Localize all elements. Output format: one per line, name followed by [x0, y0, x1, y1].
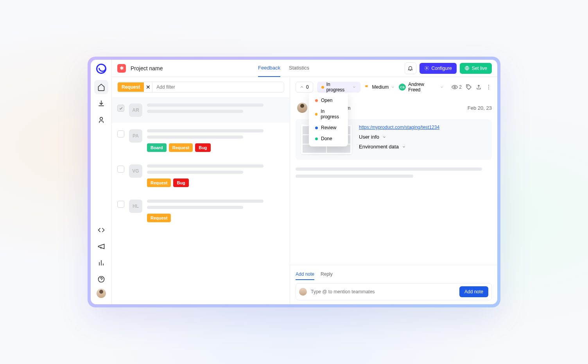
- watchers-count[interactable]: 2: [452, 84, 462, 90]
- notes-section: Add note Reply Add note: [290, 265, 497, 304]
- note-input[interactable]: [311, 289, 455, 294]
- item-avatar: VG: [129, 164, 142, 178]
- content-placeholder: [296, 175, 413, 178]
- tag-request: Request: [147, 214, 171, 222]
- tag-board: Board: [147, 143, 167, 152]
- current-user-avatar[interactable]: [97, 289, 106, 298]
- status-pill[interactable]: In progress: [317, 82, 360, 93]
- svg-point-7: [488, 87, 489, 87]
- svg-point-2: [426, 68, 427, 69]
- priority-pill[interactable]: Medium: [364, 84, 395, 90]
- note-tab-reply[interactable]: Reply: [321, 269, 333, 280]
- filter-bar: Request ✕: [117, 82, 284, 93]
- svg-point-0: [100, 117, 102, 120]
- item-checkbox[interactable]: [117, 130, 124, 137]
- nav-analytics[interactable]: [94, 256, 108, 270]
- sidebar-rail: [91, 60, 112, 304]
- status-dropdown: OpenIn progressReviewDone: [309, 93, 348, 146]
- feedback-item[interactable]: AR: [112, 97, 290, 123]
- svg-point-5: [468, 86, 468, 86]
- item-title-placeholder: [147, 129, 264, 132]
- page-url-link[interactable]: https:/myproduct.com/staging/test1234: [359, 125, 486, 130]
- feedback-item[interactable]: PA BoardRequestBug: [112, 123, 290, 158]
- tag-bug: Bug: [195, 143, 210, 152]
- nav-help[interactable]: [94, 272, 108, 286]
- tab-feedback[interactable]: Feedback: [258, 60, 280, 77]
- item-avatar: AR: [129, 103, 142, 117]
- content-placeholder: [296, 168, 482, 171]
- set-live-button[interactable]: Set live: [460, 63, 492, 74]
- item-desc-placeholder: [147, 136, 243, 139]
- item-desc-placeholder: [147, 171, 243, 174]
- feedback-item[interactable]: VG RequestBug: [112, 158, 290, 193]
- nav-user[interactable]: [94, 113, 108, 127]
- nav-announce[interactable]: [94, 239, 108, 253]
- status-option-done[interactable]: Done: [311, 133, 346, 144]
- nav-code[interactable]: [94, 223, 108, 237]
- item-checkbox[interactable]: [117, 105, 124, 112]
- filter-chip-remove[interactable]: ✕: [144, 82, 152, 92]
- tag-request: Request: [147, 178, 171, 187]
- svg-point-6: [488, 85, 489, 86]
- reporter-avatar: [297, 103, 307, 113]
- app-logo: [96, 64, 106, 74]
- item-avatar: HL: [129, 200, 142, 213]
- item-title-placeholder: [147, 200, 264, 203]
- assignee-pill[interactable]: CSAndrew Freed: [399, 82, 444, 93]
- item-desc-placeholder: [147, 206, 243, 209]
- nav-download[interactable]: [94, 96, 108, 111]
- project-name: Project name: [131, 65, 163, 71]
- status-option-review[interactable]: Review: [311, 122, 346, 133]
- svg-point-4: [454, 86, 455, 88]
- item-title-placeholder: [147, 103, 264, 107]
- item-checkbox[interactable]: [117, 201, 124, 208]
- tag-icon[interactable]: [466, 84, 472, 90]
- notifications-button[interactable]: [405, 62, 416, 74]
- environment-toggle[interactable]: Environment data: [359, 144, 486, 150]
- configure-button[interactable]: Configure: [419, 63, 457, 74]
- filter-chip-request[interactable]: Request: [118, 82, 144, 92]
- item-desc-placeholder: [147, 110, 243, 113]
- upvote-pill[interactable]: 0: [296, 82, 313, 93]
- item-avatar: PA: [129, 129, 142, 143]
- assignee-avatar: CS: [399, 84, 406, 91]
- status-option-in-progress[interactable]: In progress: [311, 106, 346, 122]
- status-option-open[interactable]: Open: [311, 95, 346, 106]
- detail-panel: 0 In progress Medium CSAndrew Freed 2 Op…: [290, 77, 497, 304]
- tag-request: Request: [169, 143, 193, 152]
- share-icon[interactable]: [476, 84, 482, 90]
- note-tab-add[interactable]: Add note: [296, 269, 314, 280]
- add-note-button[interactable]: Add note: [459, 286, 488, 297]
- nav-home[interactable]: [94, 80, 108, 94]
- user-info-toggle[interactable]: User info: [359, 134, 486, 140]
- more-icon[interactable]: [486, 84, 492, 90]
- item-checkbox[interactable]: [117, 166, 124, 173]
- project-icon: ✱: [117, 64, 126, 73]
- tab-statistics[interactable]: Statistics: [289, 60, 309, 77]
- svg-point-8: [488, 89, 489, 89]
- note-author-avatar: [299, 288, 307, 296]
- feedback-list-panel: Request ✕ AR PA BoardRequestBug VG Reque…: [112, 77, 290, 304]
- filter-input[interactable]: [152, 84, 284, 90]
- tag-bug: Bug: [173, 178, 188, 187]
- feedback-date: Feb 20, 23: [468, 105, 492, 111]
- feedback-item[interactable]: HL Request: [112, 193, 290, 228]
- item-title-placeholder: [147, 164, 264, 168]
- topbar: ✱ Project name Feedback Statistics Confi…: [112, 60, 497, 77]
